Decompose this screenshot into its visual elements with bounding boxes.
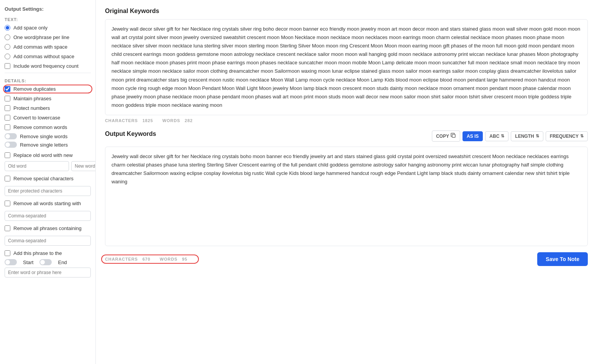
as-is-button[interactable]: AS IS (463, 131, 483, 141)
copy-icon (451, 133, 456, 139)
label-remove-containing: Remove all phrases containing (13, 225, 82, 231)
sidebar: Output Settings: TEXT: Add space only On… (0, 0, 96, 364)
checkbox-add-phrase[interactable] (5, 250, 10, 256)
toggle-remove-single-letters[interactable]: Remove single letters (5, 142, 91, 148)
label-end: End (58, 260, 67, 265)
label-add-comma-nospace: Add commas without space (13, 54, 74, 59)
label-start: Start (23, 260, 33, 265)
copy-label: COPY (436, 134, 449, 139)
label-convert-lowercase: Convert to lowercase (13, 115, 60, 121)
phrase-end-toggle[interactable] (39, 259, 52, 265)
option-maintain-phrases[interactable]: Maintain phrases (5, 95, 91, 102)
option-add-comma-nospace[interactable]: Add commas without space (5, 53, 91, 60)
original-characters-value: 1825 (143, 118, 153, 123)
output-keywords-section: Output Keywords COPY AS IS ABC (105, 131, 588, 269)
frequency-label: FREQUENCY (550, 134, 579, 139)
option-remove-starting[interactable]: Remove all words starting with (5, 200, 91, 207)
option-remove-common[interactable]: Remove common words (5, 124, 91, 131)
length-label: LENGTH (515, 134, 534, 139)
sidebar-title: Output Settings: (5, 6, 91, 12)
original-keywords-box[interactable]: Jewelry wall decor silver gift for her N… (105, 19, 588, 115)
bottom-bar: CHARACTERS 670 WORDS 95 Save To Note (105, 249, 588, 269)
label-remove-single-words: Remove single words (20, 134, 67, 139)
original-keywords-heading: Original Keywords (105, 8, 588, 15)
original-words-label: WORDS (162, 118, 180, 123)
abc-sort-button[interactable]: ABC ⇅ (485, 131, 508, 141)
save-to-note-button[interactable]: Save To Note (537, 252, 588, 266)
output-characters-stat: CHARACTERS 670 (105, 257, 151, 261)
original-characters-label: CHARACTERS (105, 118, 138, 123)
radio-add-space[interactable] (5, 25, 10, 31)
label-remove-starting: Remove all words starting with (13, 201, 81, 206)
checkbox-protect-numbers[interactable] (5, 105, 10, 111)
output-stats-row: CHARACTERS 670 WORDS 95 (105, 257, 187, 261)
checkbox-remove-starting[interactable] (5, 201, 10, 206)
abc-label: ABC (489, 134, 499, 139)
option-replace-word[interactable]: Replace old word with new (5, 152, 91, 159)
checkbox-convert-lowercase[interactable] (5, 115, 10, 121)
label-maintain-phrases: Maintain phrases (13, 96, 51, 101)
checkbox-remove-containing[interactable] (5, 225, 10, 231)
phrase-position-row: Start End (5, 259, 91, 265)
replace-new-input[interactable] (71, 161, 96, 171)
output-toolbar: COPY AS IS ABC ⇅ LENGTH (432, 131, 588, 142)
option-protect-numbers[interactable]: Protect numbers (5, 104, 91, 112)
output-keywords-heading: Output Keywords (105, 131, 156, 137)
option-add-comma-space[interactable]: Add commas with space (5, 43, 91, 51)
label-word-freq: Include word frequency count (13, 63, 79, 69)
option-word-freq[interactable]: Include word frequency count (5, 62, 91, 70)
label-remove-single-letters: Remove single letters (20, 142, 68, 148)
option-remove-containing[interactable]: Remove all phrases containing (5, 225, 91, 232)
replace-inputs (5, 161, 91, 171)
length-sort-button[interactable]: LENGTH ⇅ (511, 131, 543, 141)
phrase-input[interactable] (5, 268, 91, 277)
original-stats-row: CHARACTERS 1825 WORDS 282 (105, 118, 588, 123)
option-remove-dupes[interactable]: Remove duplicates (5, 85, 91, 93)
label-add-space: Add space only (13, 25, 48, 31)
output-keywords-text: Jewelry wall decor silver gift for her N… (112, 153, 569, 184)
details-section-label: DETAILS: (5, 78, 91, 83)
label-protect-numbers: Protect numbers (13, 105, 50, 111)
checkbox-remove-common[interactable] (5, 124, 10, 130)
option-remove-special[interactable]: Remove special characters (5, 175, 91, 182)
checkbox-maintain-phrases[interactable] (5, 96, 10, 101)
checkbox-replace-word[interactable] (5, 152, 10, 158)
toggle-single-letters-switch[interactable] (5, 142, 17, 148)
text-section-label: TEXT: (5, 17, 91, 22)
option-one-word[interactable]: One word/phrase per line (5, 34, 91, 41)
frequency-sort-button[interactable]: FREQUENCY ⇅ (546, 131, 588, 141)
original-keywords-text: Jewelry wall decor silver gift for her N… (112, 26, 580, 108)
toggle-remove-single-words[interactable]: Remove single words (5, 133, 91, 139)
phrase-start-toggle[interactable] (5, 259, 17, 265)
as-is-label: AS IS (467, 134, 479, 139)
radio-one-word[interactable] (5, 34, 10, 40)
output-words-stat: WORDS 95 (160, 257, 187, 261)
containing-phrases-input[interactable] (5, 236, 91, 246)
checkbox-remove-special[interactable] (5, 176, 10, 181)
output-words-value: 95 (182, 257, 187, 261)
abc-sort-icon: ⇅ (501, 134, 504, 139)
option-convert-lowercase[interactable]: Convert to lowercase (5, 114, 91, 121)
checkbox-remove-dupes[interactable] (5, 86, 10, 92)
length-sort-icon: ⇅ (536, 134, 539, 139)
replace-old-input[interactable] (5, 161, 69, 171)
label-one-word: One word/phrase per line (13, 34, 69, 40)
option-add-space[interactable]: Add space only (5, 24, 91, 31)
output-keywords-box[interactable]: Jewelry wall decor silver gift for her N… (105, 147, 588, 246)
frequency-sort-icon: ⇅ (580, 134, 584, 139)
label-replace-word: Replace old word with new (13, 152, 73, 158)
output-header: Output Keywords COPY AS IS ABC (105, 131, 588, 142)
checkbox-word-freq[interactable] (5, 63, 10, 69)
radio-add-comma-nospace[interactable] (5, 54, 10, 59)
radio-add-comma-space[interactable] (5, 44, 10, 50)
toggle-single-words-switch[interactable] (5, 133, 17, 139)
starting-words-input[interactable] (5, 211, 91, 221)
output-characters-value: 670 (143, 257, 151, 261)
label-remove-special: Remove special characters (13, 176, 74, 181)
output-words-label: WORDS (160, 257, 178, 261)
protected-chars-input[interactable] (5, 186, 91, 196)
svg-rect-0 (452, 134, 455, 137)
copy-button[interactable]: COPY (432, 131, 460, 142)
original-words-value: 282 (185, 118, 193, 123)
option-add-phrase[interactable]: Add this phrase to the (5, 250, 91, 257)
